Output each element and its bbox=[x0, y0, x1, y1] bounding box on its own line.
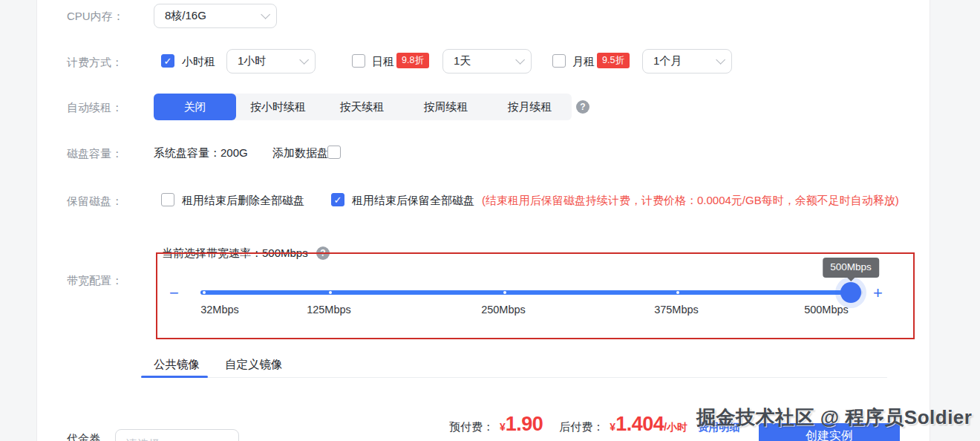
field-label-disk: 磁盘容量： bbox=[67, 147, 122, 161]
slider-tick-label: 32Mbps bbox=[200, 304, 239, 316]
slider-step-dot bbox=[503, 291, 506, 294]
fee-detail-link[interactable]: 费用明细 bbox=[698, 421, 739, 434]
day-duration-value: 1天 bbox=[454, 54, 509, 68]
auto-renew-segment: 关闭 按小时续租 按天续租 按周续租 按月续租 bbox=[154, 94, 572, 120]
delete-all-disks-checkbox[interactable] bbox=[161, 193, 174, 206]
bandwidth-slider-handle[interactable] bbox=[840, 282, 861, 303]
day-rent-label: 日租 bbox=[372, 55, 394, 69]
field-label-voucher: 代金券 bbox=[67, 432, 100, 441]
month-rent-checkbox[interactable] bbox=[552, 54, 566, 68]
delete-all-disks-label: 租用结束后删除全部磁盘 bbox=[182, 194, 304, 208]
image-tabs: 公共镜像 自定义镜像 bbox=[141, 353, 295, 384]
month-duration-select[interactable]: 1个月 bbox=[642, 49, 732, 74]
chevron-down-icon bbox=[515, 55, 525, 65]
month-discount-badge: 9.5折 bbox=[597, 53, 630, 68]
slider-step-dot bbox=[676, 291, 679, 294]
bandwidth-decrease-button[interactable]: − bbox=[169, 285, 179, 301]
cpu-select[interactable]: 8核/16G bbox=[154, 4, 277, 28]
field-label-billing: 计费方式： bbox=[67, 56, 122, 70]
field-label-bandwidth: 带宽配置： bbox=[67, 274, 122, 288]
slider-tick-label: 375Mbps bbox=[654, 304, 699, 316]
prepay-currency: ¥ bbox=[500, 421, 506, 433]
active-tab-underline bbox=[141, 376, 208, 378]
instance-config-page: CPU内存： 8核/16G 计费方式： ✓ 小时租 1小时 日租 9.8折 1天… bbox=[0, 0, 980, 441]
slider-value-tooltip: 500Mbps bbox=[823, 258, 879, 278]
bandwidth-highlight-box bbox=[156, 252, 915, 339]
month-rent-label: 月租 bbox=[572, 55, 595, 69]
month-duration-value: 1个月 bbox=[653, 54, 710, 68]
postpay-label: 后付费： bbox=[559, 420, 604, 434]
check-icon: ✓ bbox=[164, 56, 172, 66]
slider-tick-label: 125Mbps bbox=[307, 304, 351, 316]
chevron-down-icon bbox=[716, 55, 725, 65]
voucher-select[interactable]: 请选择 bbox=[115, 429, 239, 441]
tab-public-image[interactable]: 公共镜像 bbox=[141, 353, 212, 384]
postpay-amount: 1.404 bbox=[615, 413, 664, 436]
keep-all-disks-label: 租用结束后保留全部磁盘 bbox=[352, 194, 474, 208]
prepay-amount: 1.90 bbox=[506, 413, 543, 436]
day-rent-checkbox[interactable] bbox=[352, 54, 365, 68]
auto-renew-option-hourly[interactable]: 按小时续租 bbox=[236, 94, 320, 120]
left-gutter bbox=[0, 0, 37, 441]
day-duration-select[interactable]: 1天 bbox=[442, 49, 532, 74]
price-summary: 预付费： ¥ 1.90 后付费： ¥ 1.404 /小时 费用明细 bbox=[449, 413, 739, 436]
cpu-select-value: 8核/16G bbox=[165, 9, 255, 23]
auto-renew-help-icon[interactable]: ? bbox=[576, 100, 589, 114]
slider-tick-label: 250Mbps bbox=[481, 304, 526, 316]
bandwidth-current-text: 当前选择带宽速率：500Mbps bbox=[162, 246, 308, 261]
hour-duration-select[interactable]: 1小时 bbox=[226, 49, 316, 74]
chevron-down-icon bbox=[299, 55, 309, 65]
bandwidth-help-icon[interactable]: ? bbox=[316, 246, 330, 260]
auto-renew-option-daily[interactable]: 按天续租 bbox=[320, 94, 404, 120]
keep-all-disks-checkbox[interactable]: ✓ bbox=[331, 193, 344, 206]
field-label-cpu: CPU内存： bbox=[67, 10, 124, 24]
tab-custom-image[interactable]: 自定义镜像 bbox=[212, 353, 295, 384]
hour-duration-value: 1小时 bbox=[238, 54, 293, 68]
keep-disks-note: (结束租用后保留磁盘持续计费，计费价格：0.0004元/GB每时，余额不足时自动… bbox=[482, 194, 899, 208]
right-gutter bbox=[930, 0, 980, 441]
create-instance-button[interactable]: 创建实例 bbox=[759, 423, 900, 441]
field-label-auto-renew: 自动续租： bbox=[67, 101, 122, 115]
add-data-disk-label: 添加数据盘 bbox=[272, 146, 328, 160]
postpay-unit: /小时 bbox=[664, 421, 687, 434]
postpay-currency: ¥ bbox=[610, 421, 615, 433]
auto-renew-option-off[interactable]: 关闭 bbox=[154, 94, 236, 120]
voucher-placeholder: 请选择 bbox=[126, 437, 217, 441]
add-data-disk-checkbox[interactable] bbox=[327, 146, 341, 159]
slider-step-dot bbox=[203, 291, 206, 294]
prepay-label: 预付费： bbox=[449, 420, 494, 434]
check-icon: ✓ bbox=[334, 195, 342, 205]
field-label-retain-disk: 保留磁盘： bbox=[67, 195, 122, 209]
bandwidth-increase-button[interactable]: + bbox=[873, 285, 883, 301]
chevron-down-icon bbox=[261, 10, 270, 19]
hour-rent-label: 小时租 bbox=[182, 55, 215, 69]
auto-renew-option-monthly[interactable]: 按月续租 bbox=[488, 94, 572, 120]
slider-step-dot bbox=[329, 291, 332, 294]
slider-tick-label: 500Mbps bbox=[804, 304, 849, 316]
chevron-down-icon bbox=[223, 438, 232, 441]
system-disk-text: 系统盘容量：200G bbox=[154, 146, 248, 160]
tab-divider bbox=[141, 377, 887, 378]
bandwidth-slider[interactable]: 500Mbps 32Mbps 125Mbps 250Mbps 375Mbps 5… bbox=[200, 290, 863, 295]
hour-rent-checkbox[interactable]: ✓ bbox=[161, 54, 174, 68]
auto-renew-option-weekly[interactable]: 按周续租 bbox=[404, 94, 488, 120]
day-discount-badge: 9.8折 bbox=[396, 53, 429, 68]
slider-fill bbox=[200, 290, 852, 295]
